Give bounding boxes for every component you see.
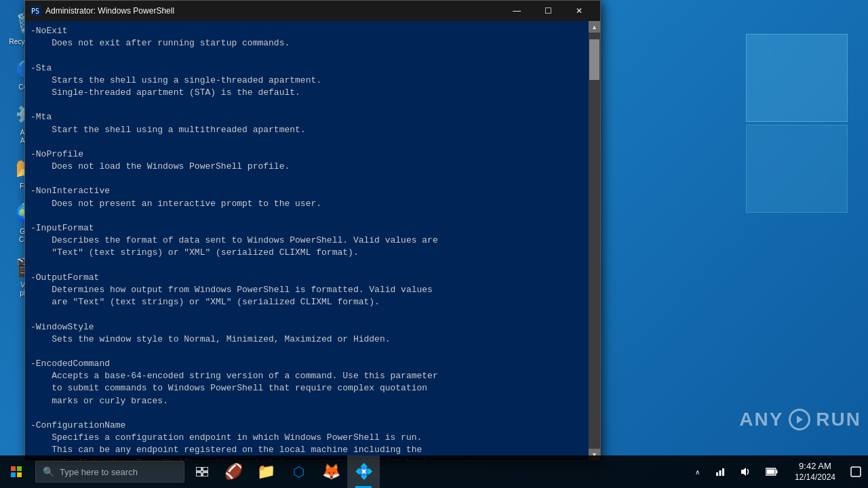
taskbar-app-powershell[interactable]: 💠	[347, 455, 380, 488]
minimize-button[interactable]: —	[501, 1, 532, 21]
anyrun-play-icon	[789, 409, 810, 430]
svg-marker-0	[797, 415, 803, 424]
tray-overflow-button[interactable]: ∧	[689, 455, 707, 488]
window-titlebar[interactable]: PS Administrator: Windows PowerShell — ☐…	[25, 1, 600, 21]
svg-rect-18	[851, 467, 861, 476]
svg-rect-12	[719, 470, 721, 476]
window-title: Administrator: Windows PowerShell	[45, 6, 501, 16]
svg-rect-10	[203, 472, 208, 476]
svg-marker-14	[741, 468, 746, 476]
notification-icon	[850, 466, 861, 477]
svg-rect-17	[766, 470, 774, 474]
taskbar: 🔍 Type here to search 🏈 📁 ⬡	[0, 455, 868, 488]
task-view-button[interactable]	[187, 455, 217, 488]
powershell-window-icon: PS	[31, 5, 41, 16]
svg-rect-11	[716, 472, 718, 476]
taskbar-search-box[interactable]: 🔍 Type here to search	[35, 461, 184, 483]
scrollbar-track[interactable]	[589, 33, 600, 449]
notification-center-button[interactable]	[844, 455, 868, 488]
svg-rect-9	[196, 472, 201, 476]
desktop-tiles	[746, 34, 848, 213]
taskbar-app-firefox[interactable]: 🦊	[315, 455, 347, 488]
maximize-button[interactable]: ☐	[532, 1, 564, 21]
powershell-window: PS Administrator: Windows PowerShell — ☐…	[24, 0, 601, 461]
svg-rect-3	[11, 466, 16, 471]
system-tray: ∧	[686, 455, 787, 488]
svg-rect-5	[11, 472, 16, 477]
svg-rect-8	[203, 467, 208, 471]
svg-rect-13	[722, 468, 724, 476]
taskbar-pinned-apps: 🏈 📁 ⬡ 🦊 💠	[217, 455, 380, 488]
svg-rect-16	[776, 470, 777, 474]
svg-rect-7	[196, 467, 201, 471]
taskbar-app-file-explorer[interactable]: 📁	[250, 455, 282, 488]
taskbar-app-edge[interactable]: ⬡	[282, 455, 315, 488]
taskbar-app-football[interactable]: 🏈	[217, 455, 250, 488]
svg-rect-6	[17, 472, 22, 477]
tray-network-icon[interactable]	[708, 455, 732, 488]
desktop: 🗑️ Recycle Bin 🔵 CCl... ⚙️ Ad...Ac... 📂 …	[0, 0, 868, 488]
tray-battery-icon[interactable]	[760, 455, 784, 488]
scroll-up-arrow[interactable]: ▲	[589, 21, 600, 33]
window-content-wrapper: -NoExit Does not exit after running star…	[25, 21, 600, 460]
tile-top	[746, 34, 848, 122]
windows-logo-icon	[11, 466, 22, 477]
scrollbar-thumb[interactable]	[589, 39, 599, 80]
search-placeholder-text: Type here to search	[60, 467, 138, 477]
start-button[interactable]	[0, 455, 33, 488]
tray-speaker-icon[interactable]	[734, 455, 758, 488]
scrollbar[interactable]: ▲ ▼	[589, 21, 600, 460]
svg-text:PS: PS	[31, 7, 39, 15]
powershell-text-content: -NoExit Does not exit after running star…	[25, 21, 589, 460]
search-icon: 🔍	[43, 466, 54, 477]
anyrun-watermark: ANY RUN	[739, 409, 861, 430]
close-button[interactable]: ✕	[564, 1, 595, 21]
tile-bottom	[746, 125, 848, 213]
window-content[interactable]: -NoExit Does not exit after running star…	[25, 21, 589, 460]
task-view-icon	[196, 467, 208, 476]
svg-rect-4	[17, 466, 22, 471]
taskbar-clock[interactable]: 9:42 AM 12/14/2024	[787, 455, 844, 488]
clock-date: 12/14/2024	[795, 472, 835, 483]
window-controls: — ☐ ✕	[501, 1, 595, 21]
clock-time: 9:42 AM	[799, 461, 831, 472]
